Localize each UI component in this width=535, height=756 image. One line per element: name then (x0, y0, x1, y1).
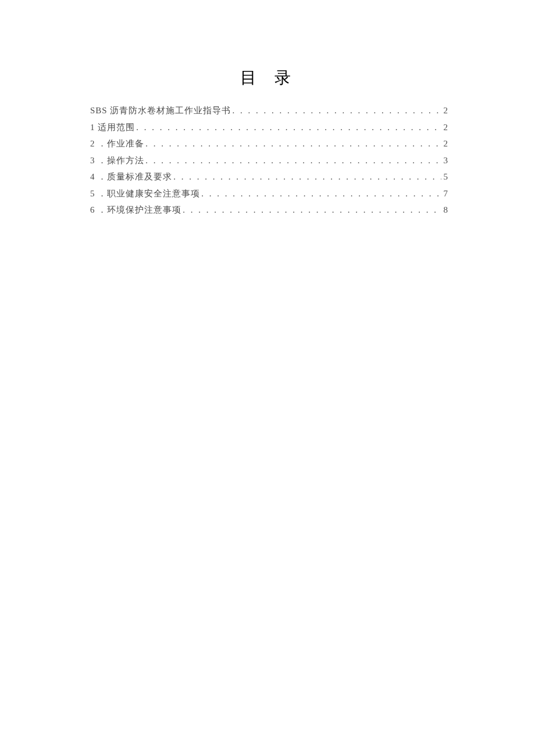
toc-dots (145, 154, 441, 167)
toc-entry[interactable]: 3 ．操作方法 3 (90, 154, 448, 167)
toc-entry[interactable]: 6 ．环境保护注意事项 8 (90, 203, 448, 217)
toc-entry-label: 3 ．操作方法 (90, 154, 144, 167)
toc-entry-label: 2 ．作业准备 (90, 137, 144, 151)
toc-dots (173, 170, 441, 184)
toc-dots (232, 104, 441, 117)
toc-dots (183, 203, 441, 217)
toc-entry-page: 2 (443, 104, 448, 117)
toc-entry-page: 2 (443, 121, 448, 134)
toc-entry-page: 5 (443, 170, 448, 184)
toc-dots (136, 121, 441, 134)
toc-entry[interactable]: 4 ．质量标准及要求 5 (90, 170, 448, 184)
toc-entry-label: 5 ．职业健康安全注意事项 (90, 187, 200, 200)
toc-entry-label: 4 ．质量标准及要求 (90, 170, 172, 184)
toc-title: 目 录 (90, 67, 448, 89)
toc-entry-page: 2 (443, 137, 448, 151)
toc-entry[interactable]: 2 ．作业准备 2 (90, 137, 448, 151)
toc-entry-label: SBS 沥青防水卷材施工作业指导书 (90, 104, 231, 117)
toc-entry[interactable]: 5 ．职业健康安全注意事项 7 (90, 187, 448, 200)
toc-entry[interactable]: 1 适用范围 2 (90, 121, 448, 134)
toc-entry-label: 1 适用范围 (90, 121, 135, 134)
toc-dots (201, 187, 441, 200)
toc-entry-label: 6 ．环境保护注意事项 (90, 203, 181, 217)
toc-dots (145, 137, 441, 151)
toc-list: SBS 沥青防水卷材施工作业指导书 2 1 适用范围 2 2 ．作业准备 2 3… (90, 104, 448, 217)
toc-entry-page: 8 (443, 203, 448, 217)
toc-entry[interactable]: SBS 沥青防水卷材施工作业指导书 2 (90, 104, 448, 117)
toc-entry-page: 7 (443, 187, 448, 200)
toc-entry-page: 3 (443, 154, 448, 167)
